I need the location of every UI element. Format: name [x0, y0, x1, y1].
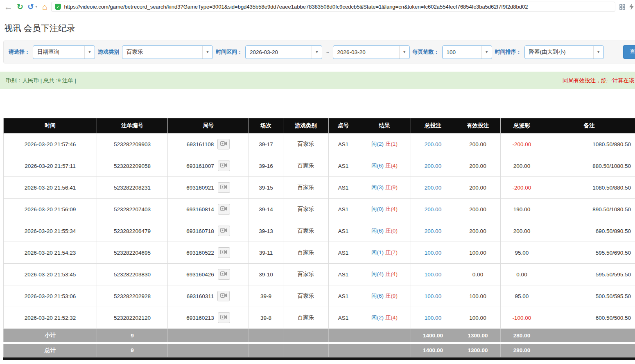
cell-note: 1080.50/880.50 [543, 177, 635, 199]
cell-table: AS1 [329, 307, 358, 329]
video-replay-button[interactable] [217, 139, 230, 149]
total-bet-link[interactable]: 200.00 [425, 206, 441, 213]
query-button[interactable]: 查询 [623, 45, 635, 59]
cell-note: 600.50/500.50 [543, 307, 635, 329]
game-type-select[interactable]: 百家乐 ▼ [122, 45, 213, 59]
cell-payout: 190.00 [501, 199, 543, 220]
total-bet-link[interactable]: 100.00 [425, 315, 441, 321]
video-replay-button[interactable] [218, 182, 230, 193]
undo-dropdown-caret[interactable]: ▼ [35, 5, 38, 9]
column-header: 总投注 [411, 118, 455, 133]
security-shield-icon[interactable]: ✓ [55, 4, 61, 10]
total-bet-link[interactable]: 200.00 [425, 228, 441, 234]
table-row: 2026-03-20 21:55:34523282206479693160718… [4, 220, 635, 242]
date-to-select[interactable]: 2026-03-20 ▼ [333, 45, 410, 59]
cell-valid-bet: 200.00 [455, 133, 501, 155]
video-replay-button[interactable] [218, 247, 230, 258]
undo-control[interactable]: ↺ ▼ [27, 2, 38, 11]
column-header: 注单编号 [97, 118, 168, 133]
cell-time: 2026-03-20 21:56:41 [4, 177, 97, 199]
cell-payout: 200.00 [501, 220, 543, 242]
cell-game: 百家乐 [283, 155, 329, 177]
cell-valid-bet: 100.00 [455, 285, 501, 307]
bet-records-table: 时间注单编号局号场次游戏类别桌号结果总投注有效投注总派彩备注 2026-03-2… [3, 118, 635, 357]
cell-valid-bet: 100.00 [455, 242, 501, 264]
result-player: 闲(2) [371, 141, 384, 147]
date-from-select[interactable]: 2026-03-20 ▼ [245, 45, 322, 59]
cell-table: AS1 [329, 199, 358, 220]
chevron-down-icon: ▼ [593, 46, 603, 59]
undo-icon[interactable]: ↺ [27, 2, 34, 11]
cell-payout: -200.00 [501, 133, 543, 155]
total-bet-link[interactable]: 200.00 [425, 163, 441, 169]
video-replay-button[interactable] [218, 226, 230, 236]
cell-note: 500.50/595.50 [543, 285, 635, 307]
cell-total-bet: 200.00 [411, 177, 455, 199]
chevron-down-icon: ▼ [312, 46, 322, 59]
cell-time: 2026-03-20 21:56:09 [4, 199, 97, 220]
cell-time: 2026-03-20 21:53:06 [4, 285, 97, 307]
date-from-value: 2026-03-20 [246, 49, 312, 55]
table-row: 2026-03-20 21:53:06523282202928693160311… [4, 285, 635, 307]
refresh-icon[interactable]: ↻ [17, 3, 23, 11]
cell-note: 890.50/1080.50 [543, 199, 635, 220]
footer-total-row: 总计91400.001300.00280.00 [4, 343, 635, 357]
cell-session: 39-10 [249, 264, 283, 285]
column-header: 总派彩 [501, 118, 543, 133]
footer-cell: 1400.00 [411, 329, 455, 343]
cell-payout: -200.00 [501, 177, 543, 199]
total-bet-link[interactable]: 100.00 [425, 293, 441, 299]
footer-cell [168, 343, 249, 357]
column-header: 场次 [249, 118, 283, 133]
cell-table: AS1 [329, 177, 358, 199]
footer-cell: 280.00 [501, 329, 543, 343]
cell-result: 闲(6) 庄(9) [358, 285, 411, 307]
footer-cell: 小计 [4, 329, 97, 343]
table-body: 2026-03-20 21:57:46523282209903693161108… [4, 133, 635, 357]
cell-result: 闲(4) 庄(4) [358, 264, 411, 285]
video-replay-button[interactable] [217, 291, 230, 301]
total-bet-link[interactable]: 100.00 [425, 250, 441, 256]
cell-round: 693160921 [168, 177, 249, 199]
footer-cell: 总计 [4, 343, 97, 357]
sort-select[interactable]: 降幂(由大到小) ▼ [524, 45, 604, 59]
video-replay-button[interactable] [218, 204, 230, 215]
total-bet-link[interactable]: 200.00 [425, 141, 441, 147]
extensions-grid-icon[interactable] [619, 4, 625, 10]
back-icon[interactable]: ← [4, 2, 13, 11]
video-camera-icon [220, 271, 227, 278]
cell-total-bet: 100.00 [411, 264, 455, 285]
range-separator: ~ [325, 49, 330, 55]
cell-bet-no: 523282204695 [97, 242, 168, 264]
total-bet-link[interactable]: 200.00 [425, 185, 441, 191]
round-no: 693161108 [187, 141, 214, 147]
cell-result: 闲(3) 庄(9) [358, 177, 411, 199]
column-header: 桌号 [329, 118, 358, 133]
cell-valid-bet: 200.00 [455, 220, 501, 242]
video-replay-button[interactable] [218, 312, 230, 323]
video-replay-button[interactable] [218, 161, 230, 171]
lightning-icon[interactable] [629, 3, 634, 10]
address-bar[interactable]: ✓ https://videoie.com/game/betrecord_sea… [51, 2, 615, 12]
cell-bet-no: 523282206479 [97, 220, 168, 242]
cell-game: 百家乐 [283, 177, 329, 199]
home-icon[interactable]: ⌂ [42, 2, 47, 11]
total-bet-link[interactable]: 100.00 [425, 271, 441, 278]
currency-total-text: 币别：人民币 | 总共 :9 注单 | [6, 77, 76, 84]
table-row: 2026-03-20 21:53:45523282203830693160426… [4, 264, 635, 285]
filter-bar: 请选择： 日期查询 ▼ 游戏类别 百家乐 ▼ 时间区间： 2026-03-20 … [3, 41, 635, 63]
chevron-down-icon: ▼ [84, 46, 95, 59]
result-banker: 庄(4) [385, 314, 398, 321]
cell-session: 39-17 [249, 133, 283, 155]
cell-game: 百家乐 [283, 307, 329, 329]
video-replay-button[interactable] [218, 269, 230, 280]
query-type-select[interactable]: 日期查询 ▼ [33, 45, 95, 59]
url-field[interactable]: https://videoie.com/game/betrecord_searc… [64, 4, 612, 10]
table-row: 2026-03-20 21:57:46523282209903693161108… [4, 133, 635, 155]
table-row: 2026-03-20 21:56:09523282207403693160814… [4, 199, 635, 220]
cell-table: AS1 [329, 285, 358, 307]
round-no: 693160718 [186, 228, 214, 234]
per-page-select[interactable]: 100 ▼ [442, 45, 492, 59]
cell-round: 693160718 [168, 220, 249, 242]
cell-valid-bet: 200.00 [455, 155, 501, 177]
